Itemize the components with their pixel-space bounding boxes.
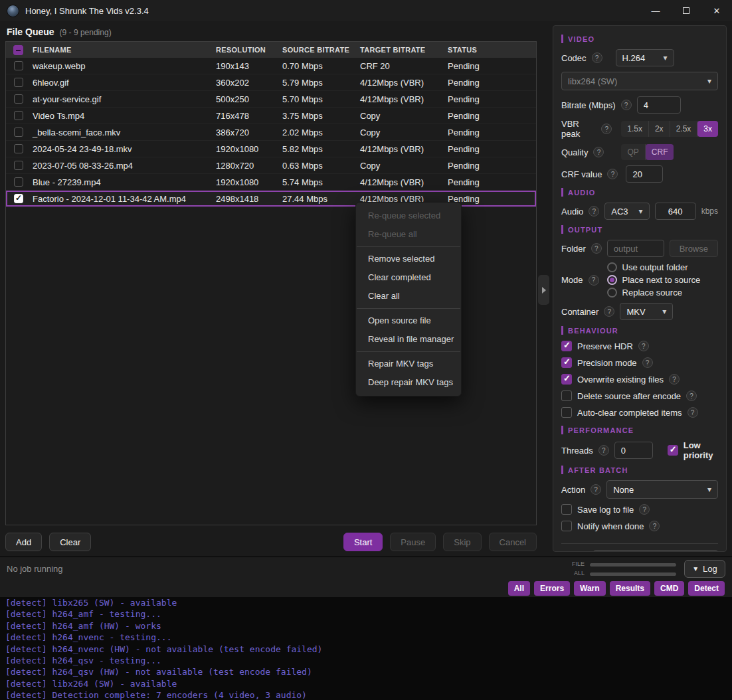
checkbox-option[interactable]: Precision mode <box>561 357 718 368</box>
table-row[interactable]: 6hleov.gif 360x202 5.79 Mbps 4/12Mbps (V… <box>6 74 536 91</box>
help-icon[interactable] <box>589 275 599 286</box>
bitrate-input[interactable] <box>637 96 681 114</box>
context-menu-item[interactable]: Open source file <box>356 311 461 330</box>
log-filter-button[interactable]: CMD <box>654 581 684 596</box>
row-checkbox[interactable] <box>14 194 23 203</box>
add-button[interactable]: Add <box>5 533 42 551</box>
encoder-select[interactable]: libx264 (SW) <box>561 72 718 90</box>
vbr-option-button[interactable]: 2.5x <box>670 121 698 137</box>
mode-option[interactable]: Place next to source <box>607 275 701 285</box>
low-priority-checkbox[interactable] <box>668 445 678 456</box>
vbr-option-button[interactable]: 3x <box>697 121 718 137</box>
help-icon[interactable] <box>607 169 618 179</box>
quality-option-button[interactable]: CRF <box>646 144 674 160</box>
context-menu-item[interactable] <box>357 246 460 247</box>
radio-button-icon[interactable] <box>607 262 617 272</box>
checkbox-icon[interactable] <box>561 357 572 368</box>
audio-codec-select[interactable]: AC3 <box>604 203 649 220</box>
codec-select[interactable]: H.264 <box>616 49 674 66</box>
context-menu-item[interactable]: Re-queue all <box>356 225 461 244</box>
help-icon[interactable] <box>649 521 660 531</box>
checkbox-icon[interactable] <box>561 374 572 385</box>
row-checkbox[interactable] <box>14 177 23 187</box>
mode-option[interactable]: Use output folder <box>607 262 701 272</box>
checkbox-icon[interactable] <box>561 341 572 351</box>
log-filter-button[interactable]: All <box>508 581 530 596</box>
select-all-checkbox[interactable] <box>13 45 23 55</box>
audio-bitrate-input[interactable] <box>655 203 696 220</box>
context-menu-item[interactable]: Clear completed <box>356 268 461 287</box>
help-icon[interactable] <box>591 484 601 495</box>
sidebar-collapse-handle[interactable] <box>538 275 549 305</box>
container-select[interactable]: MKV <box>620 303 673 320</box>
context-menu-item[interactable]: Deep repair MKV tags <box>356 373 461 392</box>
help-icon[interactable] <box>604 306 614 317</box>
minimize-button[interactable]: — <box>640 0 671 21</box>
row-checkbox[interactable] <box>14 111 23 120</box>
context-menu-item[interactable]: Clear all <box>356 287 461 306</box>
help-icon[interactable] <box>639 504 650 515</box>
checkbox-option[interactable]: Notify when done <box>561 521 718 531</box>
browse-button[interactable]: Browse <box>670 240 718 257</box>
folder-input[interactable] <box>607 240 664 257</box>
vbr-option-button[interactable]: 1.5x <box>621 121 649 137</box>
help-icon[interactable] <box>642 357 653 368</box>
checkbox-icon[interactable] <box>561 504 572 515</box>
row-checkbox[interactable] <box>14 61 23 70</box>
log-filter-button[interactable]: Warn <box>574 581 606 596</box>
help-icon[interactable] <box>669 374 680 385</box>
context-menu-item[interactable] <box>357 351 460 352</box>
pause-button[interactable]: Pause <box>390 533 436 551</box>
help-icon[interactable] <box>638 341 649 351</box>
clear-button[interactable]: Clear <box>49 533 91 551</box>
theme-select[interactable]: Jessica Dark <box>593 550 718 552</box>
threads-input[interactable] <box>614 442 653 459</box>
quality-option-button[interactable]: QP <box>621 144 645 160</box>
table-row[interactable]: wakeup.webp 190x143 0.70 Mbps CRF 20 Pen… <box>6 58 536 74</box>
row-checkbox[interactable] <box>14 144 23 153</box>
vbr-option-button[interactable]: 2x <box>649 121 670 137</box>
log-toggle-button[interactable]: ▼ Log <box>684 560 725 578</box>
checkbox-icon[interactable] <box>561 521 572 531</box>
log-filter-button[interactable]: Errors <box>534 581 570 596</box>
checkbox-icon[interactable] <box>561 391 572 401</box>
table-row[interactable]: Blue - 27239.mp4 1920x1080 5.74 Mbps 4/1… <box>6 174 536 191</box>
skip-button[interactable]: Skip <box>443 533 481 551</box>
help-icon[interactable] <box>686 391 697 401</box>
table-row[interactable]: 2024-05-24 23-49-18.mkv 1920x1080 5.82 M… <box>6 141 536 157</box>
checkbox-option[interactable]: Preserve HDR <box>561 341 718 351</box>
start-button[interactable]: Start <box>343 533 383 551</box>
table-row[interactable]: _bella-scemi_face.mkv 386x720 2.02 Mbps … <box>6 124 536 141</box>
close-button[interactable]: ✕ <box>701 0 732 21</box>
checkbox-icon[interactable] <box>561 407 572 418</box>
action-select[interactable]: None <box>606 480 718 499</box>
row-checkbox[interactable] <box>14 128 23 137</box>
checkbox-option[interactable]: Overwrite existing files <box>561 374 718 385</box>
log-filter-button[interactable]: Detect <box>688 581 725 596</box>
crf-input[interactable] <box>626 165 663 183</box>
table-row[interactable]: 2023-07-05 08-33-26.mp4 1280x720 0.63 Mb… <box>6 157 536 174</box>
row-checkbox[interactable] <box>14 94 23 104</box>
help-icon[interactable] <box>598 445 609 456</box>
checkbox-option[interactable]: Save log to file <box>561 504 718 515</box>
cancel-button[interactable]: Cancel <box>489 533 537 551</box>
mode-option[interactable]: Replace source <box>607 288 701 298</box>
radio-button-icon[interactable] <box>607 288 617 298</box>
checkbox-option[interactable]: Auto-clear completed items <box>561 407 718 418</box>
context-menu-item[interactable]: Re-queue selected <box>356 207 461 225</box>
context-menu-item[interactable]: Reveal in file manager <box>356 330 461 349</box>
help-icon[interactable] <box>621 100 632 110</box>
row-checkbox[interactable] <box>14 161 23 170</box>
help-icon[interactable] <box>687 407 698 418</box>
table-row[interactable]: at-your-service.gif 500x250 5.70 Mbps 4/… <box>6 91 536 108</box>
help-icon[interactable] <box>593 147 604 157</box>
context-menu-item[interactable] <box>357 308 460 309</box>
maximize-button[interactable] <box>671 0 701 21</box>
help-icon[interactable] <box>589 206 599 217</box>
help-icon[interactable] <box>592 52 602 63</box>
checkbox-option[interactable]: Delete source after encode <box>561 391 718 401</box>
help-icon[interactable] <box>591 243 602 254</box>
table-row[interactable]: Video Ts.mp4 716x478 3.75 Mbps Copy Pend… <box>6 108 536 124</box>
context-menu-item[interactable]: Remove selected <box>356 250 461 268</box>
help-icon[interactable] <box>601 124 612 134</box>
